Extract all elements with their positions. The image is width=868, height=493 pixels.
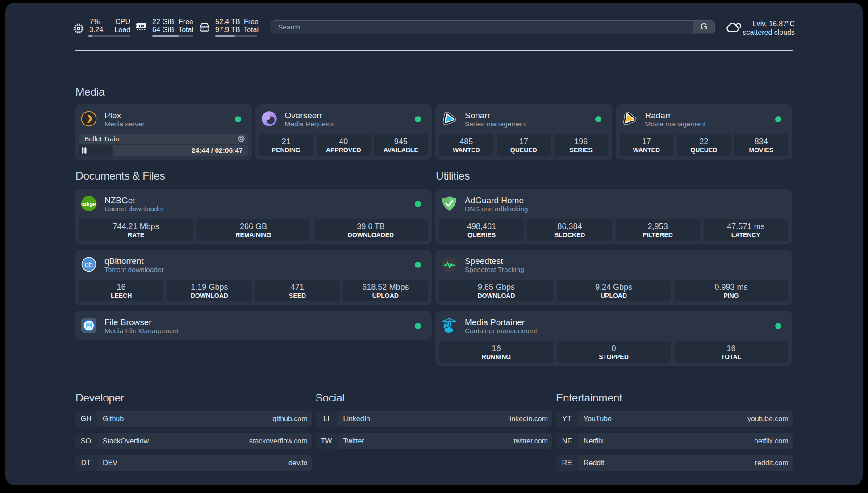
svg-text:nzbget: nzbget	[81, 201, 96, 207]
svg-text:qb: qb	[85, 261, 93, 268]
